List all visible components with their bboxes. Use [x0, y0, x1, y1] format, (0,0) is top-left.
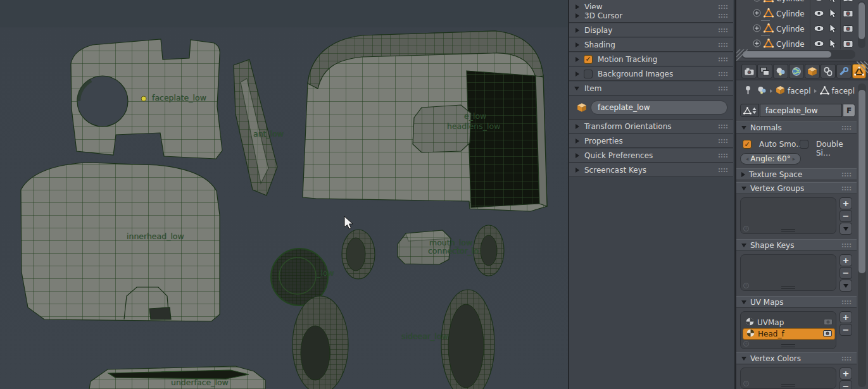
auto-smooth-checkbox[interactable]: ✓ — [743, 140, 752, 149]
renderability-camera-icon[interactable] — [843, 24, 853, 35]
background-images-checkbox[interactable] — [584, 70, 593, 78]
decrement-arrow-icon[interactable]: ◂ — [744, 156, 751, 162]
drag-dots-icon[interactable]: :::: — [718, 70, 728, 77]
selectability-cursor-icon[interactable] — [829, 8, 837, 20]
shape-keys-list[interactable]: + — [740, 254, 836, 291]
add-shape-key-button[interactable]: + — [840, 254, 852, 266]
shape-key-specials-button[interactable] — [840, 280, 852, 292]
properties-vertical-scrollbar[interactable] — [858, 83, 866, 387]
breadcrumb-object-name[interactable]: facepl — [788, 87, 811, 96]
drag-dots-icon[interactable]: :::: — [841, 242, 852, 249]
tab-scene[interactable] — [773, 64, 788, 78]
drag-dots-icon[interactable]: :::: — [841, 124, 852, 131]
expand-plus-icon[interactable] — [753, 39, 761, 49]
remove-shape-key-button[interactable]: − — [840, 267, 852, 279]
list-resize-grip[interactable] — [781, 286, 795, 289]
browse-mesh-button[interactable] — [740, 104, 759, 117]
drag-dots-icon[interactable]: :::: — [841, 299, 852, 306]
list-resize-grip[interactable] — [781, 384, 795, 387]
expand-plus-icon[interactable] — [753, 9, 761, 19]
panel-header-3d-cursor[interactable]: 3D Cursor :::: — [569, 9, 733, 23]
selectability-cursor-icon[interactable] — [829, 39, 837, 51]
panel-header-motion-tracking[interactable]: ✓ Motion Tracking :::: — [569, 52, 733, 66]
expand-plus-icon[interactable] — [753, 24, 761, 34]
double-sided-checkbox[interactable] — [800, 140, 808, 149]
panel-header-screencast-keys[interactable]: Screencast Keys :::: — [569, 163, 733, 177]
panel-header-shading[interactable]: Shading :::: — [569, 38, 733, 52]
tab-world[interactable] — [789, 64, 804, 78]
list-filter-icon[interactable]: + — [743, 226, 749, 232]
outliner-row[interactable]: Cylinde — [736, 22, 868, 37]
outliner-object-name[interactable]: Cylinde — [776, 25, 809, 34]
tab-object[interactable] — [805, 64, 820, 78]
drag-dots-icon[interactable]: :::: — [718, 27, 728, 34]
selectability-cursor-icon[interactable] — [829, 23, 837, 35]
uv-map-name[interactable]: UVMap — [757, 318, 824, 327]
drag-dots-icon[interactable]: :::: — [841, 185, 852, 192]
expand-plus-icon[interactable] — [753, 0, 761, 4]
remove-vertex-color-button[interactable]: − — [840, 380, 852, 389]
panel-header-properties[interactable]: Properties :::: — [569, 134, 733, 148]
add-vertex-group-button[interactable]: + — [840, 197, 852, 209]
renderability-camera-icon[interactable] — [843, 0, 853, 4]
drag-dots-icon[interactable]: :::: — [841, 171, 852, 178]
region-resize-corner[interactable] — [857, 61, 868, 73]
panel-header-display[interactable]: Display :::: — [569, 23, 733, 37]
panel-header-shape-keys[interactable]: Shape Keys :::: — [736, 239, 857, 251]
renderability-camera-icon[interactable] — [843, 9, 853, 20]
increment-arrow-icon[interactable]: ▸ — [791, 156, 798, 162]
list-resize-grip[interactable] — [781, 229, 795, 232]
uv-render-camera-icon[interactable] — [823, 330, 832, 338]
region-resize-corner[interactable] — [736, 49, 748, 61]
outliner-object-name[interactable]: Cylinde — [776, 40, 809, 49]
mesh-name-input[interactable]: faceplate_low — [760, 104, 842, 117]
visibility-eye-icon[interactable] — [814, 40, 824, 49]
drag-dots-icon[interactable]: :::: — [718, 56, 728, 63]
panel-header-quick-preferences[interactable]: Quick Preferences :::: — [569, 149, 733, 163]
panel-header-uv-maps[interactable]: UV Maps :::: — [736, 296, 857, 308]
panel-header-normals[interactable]: Normals :::: — [736, 121, 857, 133]
uv-maps-list[interactable]: UVMap Head_f + — [740, 311, 836, 349]
add-uv-map-button[interactable]: + — [840, 311, 852, 323]
outliner-editor[interactable]: Cylinde Cylinde Cylinde — [736, 0, 868, 61]
panel-header-texture-space[interactable]: Texture Space :::: — [736, 168, 857, 180]
drag-dots-icon[interactable]: :::: — [841, 355, 852, 362]
outliner-vertical-scrollbar[interactable] — [858, 1, 865, 48]
drag-dots-icon[interactable]: :::: — [718, 12, 728, 19]
visibility-eye-icon[interactable] — [814, 9, 824, 19]
drag-dots-icon[interactable]: :::: — [718, 152, 728, 159]
uv-map-row[interactable]: UVMap — [743, 317, 835, 328]
remove-vertex-group-button[interactable]: − — [840, 210, 852, 222]
list-filter-icon[interactable]: + — [743, 283, 749, 288]
add-vertex-color-button[interactable]: + — [840, 367, 852, 380]
3d-viewport[interactable]: faceplate_low ant_low e_low headlens_low… — [0, 0, 568, 389]
object-name-input[interactable]: faceplate_low — [591, 101, 727, 114]
tab-render-layers[interactable] — [757, 64, 772, 78]
tab-render[interactable] — [741, 64, 757, 78]
renderability-camera-icon[interactable] — [843, 39, 853, 50]
outliner-object-name[interactable]: Cylinde — [776, 9, 809, 18]
drag-dots-icon[interactable]: :::: — [718, 137, 728, 144]
visibility-eye-icon[interactable] — [814, 0, 824, 4]
drag-dots-icon[interactable]: :::: — [718, 123, 728, 130]
outliner-object-name[interactable]: Cylinde — [776, 0, 809, 3]
list-filter-icon[interactable]: + — [743, 381, 749, 386]
uv-render-camera-icon[interactable] — [824, 318, 833, 327]
list-filter-icon[interactable]: + — [743, 341, 749, 347]
outliner-horizontal-scrollbar[interactable] — [741, 50, 855, 59]
selectability-cursor-icon[interactable] — [829, 0, 837, 5]
remove-uv-map-button[interactable]: − — [840, 324, 852, 336]
tab-modifiers[interactable] — [836, 64, 852, 78]
outliner-row[interactable]: Cylinde — [736, 0, 868, 6]
outliner-row[interactable]: Cylinde — [736, 6, 868, 22]
visibility-eye-icon[interactable] — [814, 25, 824, 34]
smooth-angle-slider[interactable]: ◂ Angle: 60° ▸ — [740, 153, 801, 164]
breadcrumb-data-name[interactable]: facepl — [832, 87, 855, 96]
uv-map-name[interactable]: Head_f — [758, 330, 823, 338]
panel-header-vertex-colors[interactable]: Vertex Colors :::: — [736, 352, 857, 364]
pin-icon[interactable] — [744, 85, 752, 97]
panel-header-vertex-groups[interactable]: Vertex Groups :::: — [736, 182, 857, 194]
vertex-groups-list[interactable]: + — [740, 197, 836, 234]
panel-header-item[interactable]: Item :::: — [569, 82, 733, 96]
motion-tracking-checkbox[interactable]: ✓ — [584, 55, 593, 64]
